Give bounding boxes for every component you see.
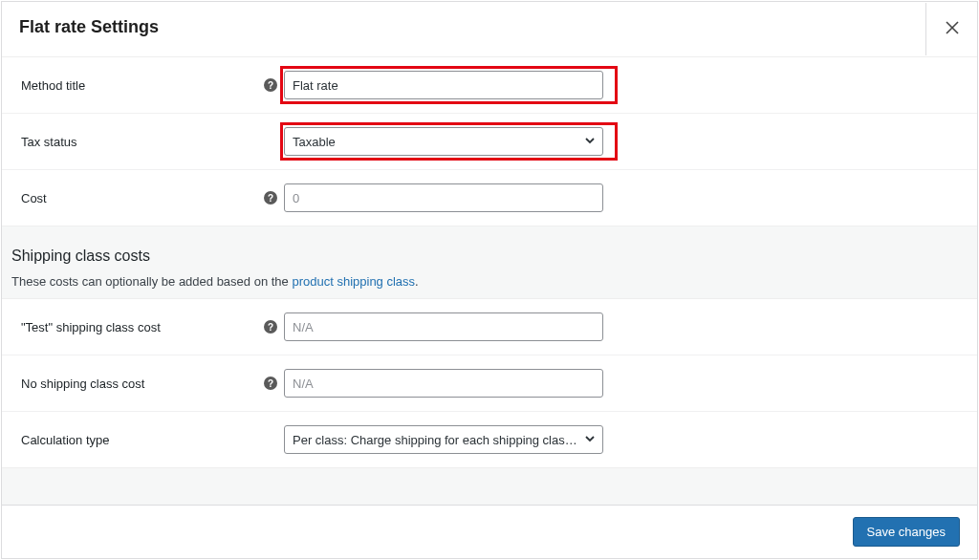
calc-type-label: Calculation type bbox=[21, 433, 284, 447]
modal-footer: Save changes bbox=[2, 505, 977, 558]
help-icon[interactable]: ? bbox=[263, 319, 278, 334]
cost-input[interactable] bbox=[284, 183, 603, 212]
help-icon[interactable]: ? bbox=[263, 190, 278, 205]
row-test-class-cost: "Test" shipping class cost ? bbox=[2, 299, 977, 355]
product-shipping-class-link[interactable]: product shipping class bbox=[292, 274, 415, 289]
close-button[interactable] bbox=[925, 3, 977, 55]
row-tax-status: Tax status Taxable bbox=[2, 114, 977, 170]
chevron-down-icon bbox=[583, 432, 597, 448]
section-heading: Shipping class costs bbox=[11, 248, 977, 265]
test-class-cost-input[interactable] bbox=[284, 312, 603, 341]
section-desc-suffix: . bbox=[415, 274, 419, 289]
section-description: These costs can optionally be added base… bbox=[11, 274, 977, 289]
shipping-class-section: Shipping class costs These costs can opt… bbox=[2, 226, 977, 298]
tax-status-label: Tax status bbox=[21, 135, 284, 149]
chevron-down-icon bbox=[583, 134, 597, 150]
save-changes-button[interactable]: Save changes bbox=[853, 517, 960, 547]
settings-table-shipping-class: "Test" shipping class cost ? No shipping… bbox=[2, 298, 977, 468]
modal-body: Method title ? Tax status Taxable bbox=[2, 56, 977, 505]
tax-status-value: Taxable bbox=[293, 135, 336, 149]
test-class-cost-label: "Test" shipping class cost bbox=[21, 320, 257, 334]
settings-table-main: Method title ? Tax status Taxable bbox=[2, 56, 977, 226]
no-class-cost-label: No shipping class cost bbox=[21, 377, 257, 391]
svg-text:?: ? bbox=[268, 378, 273, 389]
row-no-class-cost: No shipping class cost ? bbox=[2, 355, 977, 412]
svg-text:?: ? bbox=[268, 322, 273, 333]
row-method-title: Method title ? bbox=[2, 57, 977, 114]
row-cost: Cost ? bbox=[2, 170, 977, 226]
calc-type-value: Per class: Charge shipping for each ship… bbox=[293, 433, 583, 447]
modal-title: Flat rate Settings bbox=[2, 2, 925, 56]
modal-header: Flat rate Settings bbox=[2, 2, 977, 56]
close-icon bbox=[946, 21, 959, 37]
calc-type-select[interactable]: Per class: Charge shipping for each ship… bbox=[284, 425, 603, 454]
svg-text:?: ? bbox=[268, 80, 273, 91]
no-class-cost-input[interactable] bbox=[284, 369, 603, 398]
settings-modal: Flat rate Settings Method title ? bbox=[1, 1, 978, 559]
row-calc-type: Calculation type Per class: Charge shipp… bbox=[2, 412, 977, 467]
svg-text:?: ? bbox=[268, 193, 273, 204]
method-title-label: Method title bbox=[21, 78, 257, 93]
help-icon[interactable]: ? bbox=[263, 376, 278, 391]
method-title-input[interactable] bbox=[284, 71, 603, 99]
section-desc-prefix: These costs can optionally be added base… bbox=[11, 274, 292, 289]
cost-label: Cost bbox=[21, 191, 257, 205]
tax-status-select[interactable]: Taxable bbox=[284, 127, 603, 156]
help-icon[interactable]: ? bbox=[263, 77, 278, 93]
